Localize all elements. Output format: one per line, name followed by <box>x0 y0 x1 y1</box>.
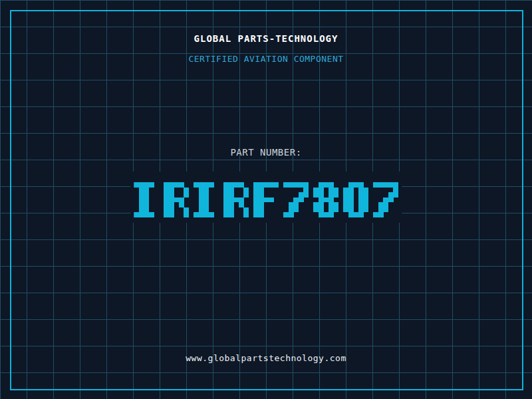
part-number-display <box>130 172 402 223</box>
part-banner: GLOBAL PARTS-TECHNOLOGY CERTIFIED AVIATI… <box>0 0 532 399</box>
website-url: www.globalpartstechnology.com <box>0 353 532 363</box>
certification-tagline: CERTIFIED AVIATION COMPONENT <box>0 54 532 64</box>
part-number-pixel-text <box>134 182 398 217</box>
part-number-label: PART NUMBER: <box>0 147 532 158</box>
company-name: GLOBAL PARTS-TECHNOLOGY <box>0 33 532 44</box>
